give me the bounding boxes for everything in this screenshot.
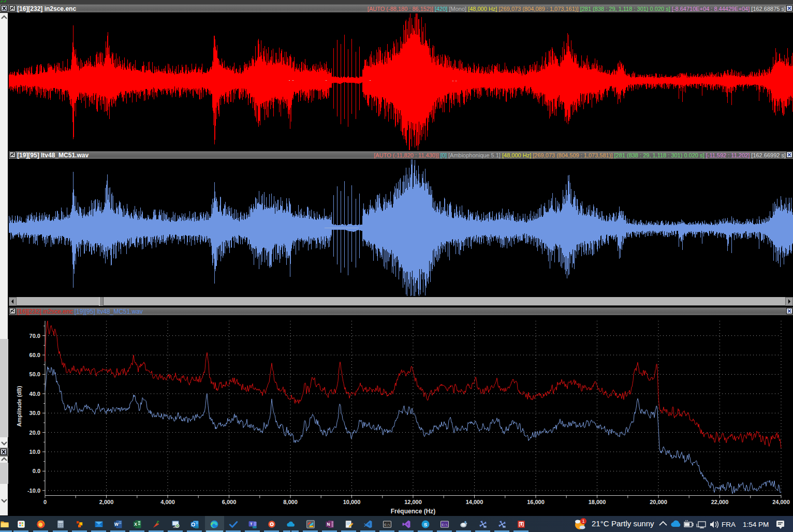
svg-text:14,000: 14,000 (466, 499, 483, 505)
svg-text:8,000: 8,000 (283, 499, 298, 505)
svg-text:30.0: 30.0 (30, 410, 40, 416)
svg-text:T: T (250, 522, 253, 526)
svg-text:70.0: 70.0 (30, 333, 40, 339)
svg-text:10,000: 10,000 (343, 499, 361, 505)
svg-text:N: N (327, 522, 330, 527)
svg-text:40.0: 40.0 (30, 391, 40, 397)
svg-text:1: 1 (582, 519, 584, 524)
svg-text:Fréquence (Hz): Fréquence (Hz) (391, 508, 436, 515)
svg-text:50.0: 50.0 (30, 371, 40, 377)
svg-text:1:54 PM: 1:54 PM (743, 521, 769, 528)
svg-text:16,000: 16,000 (527, 499, 545, 505)
svg-text:10.0: 10.0 (30, 449, 40, 455)
svg-text:6,000: 6,000 (222, 499, 237, 505)
svg-text:18,000: 18,000 (589, 499, 606, 505)
svg-text:4,000: 4,000 (160, 499, 175, 505)
svg-text:20,000: 20,000 (650, 499, 667, 505)
svg-text:22,000: 22,000 (711, 499, 729, 505)
svg-text:0.0: 0.0 (33, 468, 40, 474)
svg-text:NEW: NEW (253, 526, 256, 528)
svg-text:FRA: FRA (722, 521, 736, 528)
svg-text:20.0: 20.0 (30, 430, 40, 436)
svg-text:NEW: NEW (195, 526, 199, 528)
svg-text:0: 0 (43, 499, 47, 505)
svg-text:C:\: C:\ (385, 523, 390, 527)
svg-text:24,000: 24,000 (772, 499, 790, 505)
svg-text:X: X (134, 522, 137, 527)
svg-text:2,000: 2,000 (99, 499, 114, 505)
svg-text:C:\: C:\ (442, 523, 448, 527)
svg-text:12,000: 12,000 (404, 499, 422, 505)
svg-text:Amplitude (dB): Amplitude (dB) (16, 386, 22, 426)
svg-text:60.0: 60.0 (30, 352, 40, 358)
svg-text:S: S (424, 522, 428, 527)
svg-text:W: W (114, 522, 119, 527)
svg-text:-10.0: -10.0 (27, 487, 40, 494)
